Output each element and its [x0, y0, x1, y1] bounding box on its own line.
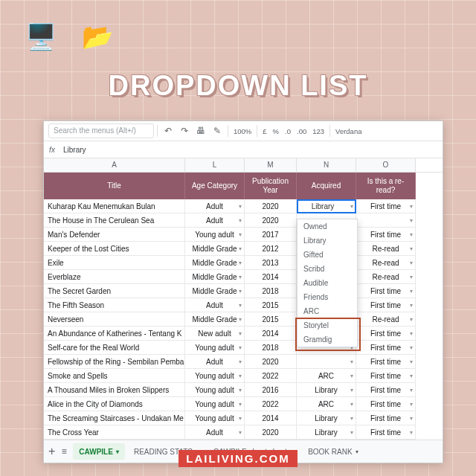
cell[interactable]: Young adult	[185, 369, 245, 383]
dropdown-option[interactable]: Scribd	[298, 262, 357, 276]
number-format-button[interactable]: 123	[310, 127, 327, 135]
cell[interactable]: 2014	[245, 411, 297, 425]
dropdown-option[interactable]: ARC	[298, 304, 357, 318]
search-menus-input[interactable]: Search the menus (Alt+/)	[48, 123, 154, 138]
dropdown-option[interactable]: Storytel	[298, 318, 357, 332]
font-select[interactable]: Verdana	[333, 127, 364, 135]
cell[interactable]	[356, 213, 416, 228]
cell[interactable]: New adult	[185, 327, 245, 341]
cell[interactable]: 2017	[245, 228, 297, 242]
cell[interactable]: First time	[356, 298, 416, 312]
cell[interactable]: Keeper of the Lost Cities	[44, 242, 185, 256]
cell[interactable]: Library	[297, 411, 356, 425]
redo-button[interactable]: ↷	[177, 123, 192, 138]
dropdown-option[interactable]: Gramdig	[298, 332, 357, 347]
cell[interactable]: Alice in the City of Diamonds	[44, 397, 185, 411]
cell[interactable]: 2022	[245, 369, 297, 383]
dropdown-option[interactable]: Owned	[298, 219, 357, 234]
cell[interactable]: First time	[356, 355, 416, 369]
cell[interactable]: Exile	[44, 256, 185, 270]
cell[interactable]: 2020	[245, 199, 297, 213]
cell[interactable]: Neverseen	[44, 312, 185, 327]
paint-format-button[interactable]: ✎	[210, 123, 225, 138]
cell[interactable]: An Abundance of Katherines - Tentang K	[44, 327, 185, 341]
cell[interactable]: Fellowship of the Ring - Sembilan Pemba	[44, 355, 185, 369]
cell[interactable]: ARC	[297, 397, 356, 411]
cell[interactable]: 2020	[245, 355, 297, 369]
col-header-o[interactable]: O	[356, 158, 416, 172]
cell[interactable]: Self-care for the Real World	[44, 341, 185, 355]
cell[interactable]: 2018	[245, 284, 297, 298]
cell[interactable]: Middle Grade	[185, 284, 245, 298]
cell[interactable]: Adult	[185, 213, 245, 228]
cell[interactable]: 2015	[245, 312, 297, 327]
cell[interactable]: 2015	[245, 298, 297, 312]
cell[interactable]: The Screaming Staircases - Undakan Me	[44, 411, 185, 425]
cell[interactable]: 2016	[245, 383, 297, 397]
cell[interactable]: Man's Defender	[44, 228, 185, 242]
cell[interactable]: Middle Grade	[185, 256, 245, 270]
cell[interactable]: Young adult	[185, 383, 245, 397]
cell[interactable]: Young adult	[185, 397, 245, 411]
cell[interactable]: Middle Grade	[185, 270, 245, 284]
cell[interactable]: 2014	[245, 327, 297, 341]
formula-input[interactable]: Library	[60, 146, 443, 154]
cell[interactable]: ARC	[297, 369, 356, 383]
cell[interactable]: The Secret Garden	[44, 284, 185, 298]
cell[interactable]: Adult	[185, 298, 245, 312]
dropdown-option[interactable]: Friends	[298, 290, 357, 304]
cell[interactable]: First time	[356, 228, 416, 242]
dropdown-option[interactable]: Library	[298, 234, 357, 248]
cell[interactable]: First time	[356, 397, 416, 411]
cell[interactable]: 2020	[245, 213, 297, 228]
cell[interactable]: First time	[356, 425, 416, 440]
cell[interactable]: Adult	[185, 355, 245, 369]
cell[interactable]: Library	[297, 199, 356, 213]
cell[interactable]: Young adult	[185, 228, 245, 242]
col-header-n[interactable]: N	[297, 158, 356, 172]
cell[interactable]: The House in The Cerulean Sea	[44, 213, 185, 228]
cell[interactable]: 2018	[245, 341, 297, 355]
cell[interactable]: Smoke and Spells	[44, 369, 185, 383]
cell[interactable]: 2013	[245, 256, 297, 270]
cell[interactable]: First time	[356, 284, 416, 298]
cell[interactable]: Kuharap Kau Menemukan Bulan	[44, 199, 185, 213]
cell[interactable]: First time	[356, 199, 416, 213]
cell[interactable]: First time	[356, 341, 416, 355]
dropdown-option[interactable]: Gifted	[298, 248, 357, 262]
zoom-select[interactable]: 100%	[231, 127, 254, 135]
print-button[interactable]: 🖶	[193, 123, 208, 138]
col-header-m[interactable]: M	[245, 158, 297, 172]
cell[interactable]: The Cross Year	[44, 425, 185, 440]
cell[interactable]: Library	[297, 425, 356, 440]
cell[interactable]	[297, 355, 356, 369]
cell[interactable]: Middle Grade	[185, 242, 245, 256]
cell[interactable]: Re-read	[356, 256, 416, 270]
cell[interactable]: Library	[297, 383, 356, 397]
cell[interactable]: First time	[356, 369, 416, 383]
cell[interactable]: First time	[356, 327, 416, 341]
col-header-a[interactable]: A	[44, 158, 185, 172]
cell[interactable]: Re-read	[356, 270, 416, 284]
cell[interactable]: Young adult	[185, 341, 245, 355]
cell[interactable]: Young adult	[185, 411, 245, 425]
cell[interactable]: First time	[356, 411, 416, 425]
cell[interactable]: First time	[356, 383, 416, 397]
decrease-decimal-button[interactable]: .0	[283, 127, 293, 135]
cell[interactable]: 2014	[245, 270, 297, 284]
cell[interactable]: Adult	[185, 199, 245, 213]
undo-button[interactable]: ↶	[161, 123, 176, 138]
dropdown-option[interactable]: Audible	[298, 276, 357, 290]
col-header-l[interactable]: L	[185, 158, 245, 172]
cell[interactable]: Middle Grade	[185, 312, 245, 327]
cell[interactable]: Adult	[185, 425, 245, 440]
cell[interactable]: A Thousand Miles in Broken Slippers	[44, 383, 185, 397]
cell[interactable]: Everblaze	[44, 270, 185, 284]
cell[interactable]: The Fifth Season	[44, 298, 185, 312]
percent-button[interactable]: %	[271, 127, 281, 135]
acquired-dropdown[interactable]: OwnedLibraryGiftedScribdAudibleFriendsAR…	[297, 219, 358, 347]
cell[interactable]: 2022	[245, 397, 297, 411]
cell[interactable]: 2012	[245, 242, 297, 256]
cell[interactable]: Re-read	[356, 312, 416, 327]
currency-button[interactable]: £	[260, 127, 268, 135]
